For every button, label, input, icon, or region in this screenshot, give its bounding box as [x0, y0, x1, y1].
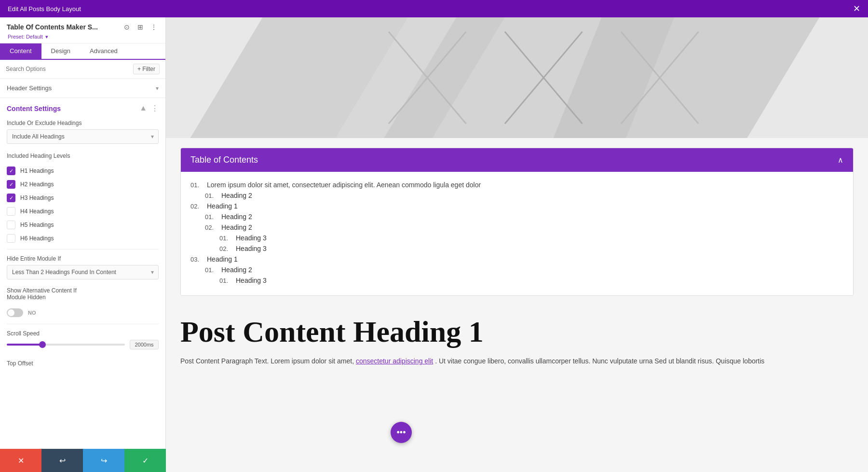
sidebar-content: Header Settings ▾ Content Settings ▲ ⋮ I…	[0, 79, 165, 472]
toc-text-3[interactable]: Heading 2	[221, 213, 252, 221]
floating-action-button[interactable]: •••	[391, 422, 412, 443]
more-icon[interactable]: ⋮	[149, 22, 159, 32]
save-button[interactable]: ✓	[124, 449, 166, 472]
scroll-speed-slider-row: 2000ms	[7, 340, 159, 349]
header-settings-section[interactable]: Header Settings ▾	[0, 79, 165, 98]
discard-button[interactable]: ✕	[0, 449, 41, 472]
close-icon[interactable]: ✕	[853, 4, 860, 13]
post-paragraph-link[interactable]: consectetur adipiscing elit	[356, 357, 433, 365]
settings-icon[interactable]: ⊙	[122, 22, 132, 32]
h1-checkbox-item[interactable]: ✓ H1 Headings	[7, 164, 159, 178]
content-settings-title: Content Settings	[7, 105, 61, 112]
toc-text-0[interactable]: Lorem ipsum dolor sit amet, consectetuer…	[207, 181, 481, 189]
toc-container: Table of Contents ∧ 01. Lorem ipsum dolo…	[180, 148, 854, 296]
show-alternative-toggle[interactable]	[7, 308, 23, 317]
h5-checkbox-item[interactable]: H5 Headings	[7, 218, 159, 232]
hide-module-select-wrap: Less Than 2 Headings Found In Content Le…	[7, 265, 159, 279]
show-alternative-field: Show Alternative Content IfModule Hidden	[0, 285, 165, 305]
search-input[interactable]	[6, 66, 129, 72]
toc-text-4[interactable]: Heading 2	[221, 223, 252, 231]
search-row: + Filter	[0, 60, 165, 79]
columns-icon[interactable]: ⊞	[136, 22, 145, 32]
toc-num-5: 01.	[219, 235, 233, 242]
h2-checkbox[interactable]: ✓	[7, 180, 15, 189]
post-paragraph-rest: . Ut vitae congue libero, convallis ulla…	[435, 357, 764, 365]
h4-checkbox-item[interactable]: H4 Headings	[7, 205, 159, 218]
toggle-label: NO	[28, 310, 36, 316]
scroll-speed-label: Scroll Speed	[7, 330, 159, 337]
hide-module-field: Hide Entire Module If Less Than 2 Headin…	[0, 250, 165, 285]
widget-title-icons: ⊙ ⊞ ⋮	[122, 22, 159, 32]
toggle-knob	[8, 309, 14, 316]
include-exclude-label: Include Or Exclude Headings	[7, 120, 159, 126]
redo-button[interactable]: ↪	[83, 449, 124, 472]
preset-row[interactable]: Preset: Default ▾	[7, 34, 159, 40]
post-content: Post Content Heading 1 Post Content Para…	[166, 305, 868, 376]
toc-text-2[interactable]: Heading 1	[207, 202, 238, 210]
scroll-speed-slider-track	[7, 344, 125, 346]
toc-text-1[interactable]: Heading 2	[221, 192, 252, 199]
scroll-speed-slider-fill	[7, 344, 42, 346]
toc-item-8: 01. Heading 2	[190, 264, 843, 275]
toc-item-2: 02. Heading 1	[190, 201, 843, 211]
include-exclude-select[interactable]: Include All Headings Exclude All Heading…	[7, 129, 159, 144]
main-layout: Table Of Contents Maker S... ⊙ ⊞ ⋮ Prese…	[0, 17, 868, 472]
tab-advanced[interactable]: Advanced	[80, 43, 127, 60]
heading-levels-label: Included Heading Levels	[7, 153, 159, 159]
h3-checkbox-item[interactable]: ✓ H3 Headings	[7, 191, 159, 205]
toc-body: 01. Lorem ipsum dolor sit amet, consecte…	[181, 172, 853, 295]
toc-item-1: 01. Heading 2	[190, 190, 843, 201]
h5-label: H5 Headings	[20, 222, 54, 228]
scroll-speed-slider-thumb[interactable]	[39, 341, 46, 348]
bottom-bar: ✕ ↩ ↪ ✓	[0, 449, 166, 472]
toc-item-9: 01. Heading 3	[190, 275, 843, 286]
redo-icon: ↪	[101, 456, 107, 465]
undo-button[interactable]: ↩	[41, 449, 83, 472]
toc-toggle-icon[interactable]: ∧	[838, 155, 843, 165]
widget-title: Table Of Contents Maker S...	[7, 23, 98, 31]
toc-title: Table of Contents	[190, 155, 258, 165]
top-bar: Edit All Posts Body Layout ✕	[0, 0, 868, 17]
h6-checkbox[interactable]	[7, 234, 15, 243]
show-alternative-label: Show Alternative Content IfModule Hidden	[7, 287, 159, 301]
toc-text-5[interactable]: Heading 3	[236, 234, 267, 242]
hide-module-label: Hide Entire Module If	[7, 255, 159, 262]
scroll-speed-value[interactable]: 2000ms	[130, 340, 159, 349]
tab-design[interactable]: Design	[41, 43, 80, 60]
preset-label: Preset: Default	[8, 34, 43, 40]
h5-checkbox[interactable]	[7, 221, 15, 229]
toc-text-9[interactable]: Heading 3	[236, 277, 267, 284]
toc-num-6: 02.	[219, 245, 233, 252]
top-offset-label: Top Offset	[7, 360, 159, 367]
h6-label: H6 Headings	[20, 235, 54, 242]
content-settings-collapse-icon[interactable]: ▲	[139, 104, 147, 113]
filter-button[interactable]: + Filter	[133, 64, 160, 74]
h1-label: H1 Headings	[20, 167, 54, 174]
content-settings-more-icon[interactable]: ⋮	[151, 104, 159, 113]
toc-num-8: 01.	[205, 266, 218, 274]
hero-image	[166, 17, 868, 138]
h3-checkbox[interactable]: ✓	[7, 194, 15, 202]
toc-num-0: 01.	[190, 181, 204, 189]
post-paragraph-text: Post Content Paragraph Text. Lorem ipsum…	[180, 357, 354, 365]
h4-checkbox[interactable]	[7, 207, 15, 216]
toc-text-6[interactable]: Heading 3	[236, 245, 267, 252]
h4-label: H4 Headings	[20, 208, 54, 215]
hide-module-select[interactable]: Less Than 2 Headings Found In Content Le…	[7, 265, 159, 279]
sidebar: Table Of Contents Maker S... ⊙ ⊞ ⋮ Prese…	[0, 17, 166, 472]
toc-text-7[interactable]: Heading 1	[207, 255, 238, 263]
heading-levels-section: Included Heading Levels	[0, 150, 165, 164]
toc-item-5: 01. Heading 3	[190, 233, 843, 243]
h1-checkbox[interactable]: ✓	[7, 167, 15, 175]
h3-label: H3 Headings	[20, 194, 54, 201]
discard-icon: ✕	[18, 456, 24, 465]
top-offset-field: Top Offset	[0, 355, 165, 375]
toc-num-1: 01.	[205, 192, 218, 199]
save-icon: ✓	[142, 456, 149, 465]
toc-text-8[interactable]: Heading 2	[221, 266, 252, 274]
h6-checkbox-item[interactable]: H6 Headings	[7, 232, 159, 245]
content-settings-header: Content Settings ▲ ⋮	[0, 98, 165, 117]
post-heading: Post Content Heading 1	[180, 315, 854, 348]
tab-content[interactable]: Content	[0, 43, 41, 60]
h2-checkbox-item[interactable]: ✓ H2 Headings	[7, 178, 159, 191]
